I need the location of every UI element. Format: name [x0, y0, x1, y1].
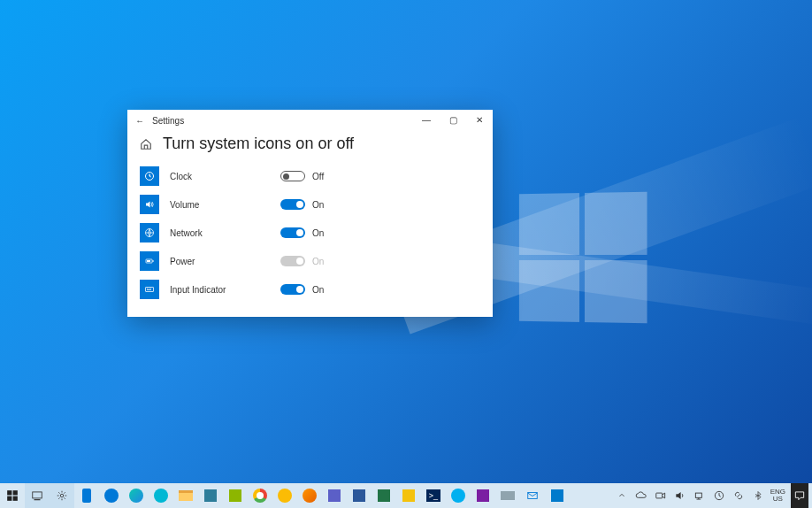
- back-button[interactable]: ←: [127, 116, 152, 126]
- svg-rect-5: [146, 288, 154, 292]
- tray-overflow-icon[interactable]: [615, 489, 629, 503]
- network-icon: [140, 223, 159, 242]
- taskbar-app-powershell[interactable]: >_: [421, 483, 446, 508]
- tray-network-icon[interactable]: [693, 489, 707, 503]
- clock-icon: [140, 166, 159, 186]
- window-title: Settings: [152, 116, 184, 126]
- taskbar-app-phone[interactable]: [74, 483, 99, 508]
- taskbar-left: >_: [0, 483, 570, 508]
- home-icon[interactable]: [140, 138, 152, 150]
- svg-rect-13: [528, 493, 538, 499]
- item-label: Volume: [170, 200, 280, 210]
- svg-point-12: [60, 494, 64, 497]
- tray-action-center-icon[interactable]: [791, 483, 808, 508]
- page-title: Turn system icons on or off: [163, 135, 354, 153]
- power-icon: [140, 251, 159, 271]
- volume-icon: [140, 195, 159, 214]
- item-label: Input Indicator: [170, 285, 280, 295]
- item-label: Network: [170, 228, 280, 238]
- tray-bluetooth-icon[interactable]: [751, 489, 765, 503]
- svg-rect-15: [695, 493, 701, 497]
- input-indicator-icon: [140, 280, 159, 299]
- toggle-network[interactable]: [280, 227, 305, 238]
- taskbar-app-todo[interactable]: [322, 483, 347, 508]
- taskbar-app-store[interactable]: [198, 483, 223, 508]
- tray-language[interactable]: ENG US: [770, 489, 785, 503]
- svg-rect-10: [33, 492, 42, 498]
- window-titlebar: ← Settings — ▢ ✕: [127, 110, 493, 131]
- taskbar-app-excel[interactable]: [372, 483, 396, 508]
- taskbar-app-snip[interactable]: [471, 483, 495, 508]
- taskbar-app-explorer[interactable]: [173, 483, 198, 508]
- item-input-indicator: Input Indicator On: [140, 279, 480, 300]
- tray-volume-icon[interactable]: [673, 489, 687, 503]
- item-network: Network On: [140, 222, 480, 243]
- start-button[interactable]: [0, 483, 25, 508]
- taskbar-app-laptop[interactable]: [495, 483, 520, 508]
- minimize-button[interactable]: —: [413, 110, 440, 131]
- toggle-input-indicator[interactable]: [280, 284, 305, 295]
- svg-rect-14: [655, 493, 662, 498]
- taskbar-app-maps[interactable]: [223, 483, 248, 508]
- taskbar-app-edge-legacy[interactable]: [99, 483, 124, 508]
- svg-rect-9: [13, 496, 18, 501]
- toggle-state-label: On: [312, 200, 324, 210]
- tray-onedrive-icon[interactable]: [634, 489, 648, 503]
- toggle-power: [280, 256, 305, 266]
- item-volume: Volume On: [140, 194, 480, 215]
- settings-window: ← Settings — ▢ ✕ Turn system icons on or…: [127, 110, 493, 317]
- toggle-clock[interactable]: [280, 171, 305, 181]
- taskbar-app-notes[interactable]: [396, 483, 421, 508]
- close-button[interactable]: ✕: [466, 110, 493, 131]
- toggle-state-label: Off: [312, 172, 324, 181]
- toggle-state-label: On: [312, 257, 324, 266]
- svg-rect-6: [7, 490, 11, 495]
- taskbar-app-canary[interactable]: [272, 483, 297, 508]
- svg-rect-7: [13, 490, 18, 495]
- tray-link-icon[interactable]: [732, 489, 746, 503]
- window-content: Turn system icons on or off Clock Off Vo…: [127, 131, 493, 317]
- item-label: Clock: [170, 172, 280, 181]
- toggle-state-label: On: [312, 228, 324, 238]
- item-label: Power: [170, 257, 280, 266]
- taskbar-app-chrome[interactable]: [248, 483, 272, 508]
- toggle-volume[interactable]: [280, 199, 305, 210]
- taskbar: >_ ENG US: [0, 483, 812, 508]
- maximize-button[interactable]: ▢: [440, 110, 466, 131]
- windows-logo-wallpaper: [519, 192, 647, 324]
- svg-rect-11: [34, 499, 41, 500]
- item-clock: Clock Off: [140, 165, 480, 187]
- taskbar-app-firefox[interactable]: [297, 483, 322, 508]
- taskbar-app-mail[interactable]: [520, 483, 545, 508]
- tray-meet-now-icon[interactable]: [654, 489, 668, 503]
- taskbar-app-edge[interactable]: [124, 483, 149, 508]
- settings-app-icon[interactable]: [50, 483, 74, 508]
- item-power: Power On: [140, 250, 480, 272]
- taskbar-app-teal[interactable]: [149, 483, 173, 508]
- svg-rect-8: [7, 496, 11, 501]
- svg-rect-4: [147, 260, 150, 262]
- taskbar-app-vscode[interactable]: [545, 483, 570, 508]
- taskbar-app-word[interactable]: [347, 483, 372, 508]
- toggle-state-label: On: [312, 285, 324, 295]
- tray-updates-icon[interactable]: [712, 489, 726, 503]
- system-tray: ENG US: [615, 483, 812, 508]
- taskview-button[interactable]: [25, 483, 50, 508]
- svg-rect-3: [153, 260, 154, 262]
- heading-row: Turn system icons on or off: [140, 135, 480, 153]
- taskbar-app-paint3d[interactable]: [446, 483, 471, 508]
